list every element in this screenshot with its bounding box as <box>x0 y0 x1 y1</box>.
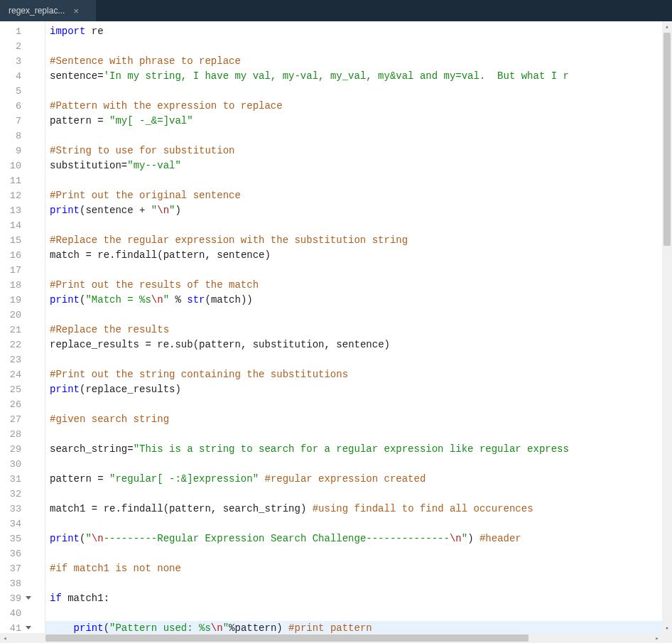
code-line[interactable]: #Print out the string containing the sub… <box>45 367 672 382</box>
code-line[interactable] <box>45 427 672 442</box>
code-line[interactable]: substitution="my--val" <box>45 158 672 173</box>
code-line[interactable] <box>45 546 672 561</box>
line-number: 25 <box>0 382 34 397</box>
line-number: 16 <box>0 248 34 263</box>
line-number: 24 <box>0 367 34 382</box>
code-line[interactable] <box>45 129 672 144</box>
code-line[interactable]: #Print out the original sentence <box>45 188 672 203</box>
line-number: 30 <box>0 457 34 472</box>
scroll-up-icon[interactable]: ▴ <box>662 21 672 31</box>
code-line[interactable]: print(replace_results) <box>45 382 672 397</box>
code-line[interactable]: pattern = "regular[ -:&]expression" #reg… <box>45 472 672 487</box>
line-number: 33 <box>0 502 34 517</box>
line-number: 31 <box>0 472 34 487</box>
horizontal-scrollbar[interactable]: ◂ ▸ <box>0 633 662 643</box>
code-area[interactable]: import re #Sentence with phrase to repla… <box>45 21 672 643</box>
line-number: 27 <box>0 412 34 427</box>
code-line[interactable]: #if match1 is not none <box>45 561 672 576</box>
code-line[interactable]: if match1: <box>45 591 672 606</box>
scroll-left-icon[interactable]: ◂ <box>0 633 10 643</box>
line-number: 23 <box>0 352 34 367</box>
line-number: 32 <box>0 487 34 502</box>
code-line[interactable]: match1 = re.findall(pattern, search_stri… <box>45 502 672 517</box>
code-line[interactable] <box>45 606 672 621</box>
line-gutter: 1234567891011121314151617181920212223242… <box>0 21 34 643</box>
line-number: 15 <box>0 233 34 248</box>
line-number: 17 <box>0 263 34 278</box>
code-line[interactable] <box>45 84 672 99</box>
line-number: 28 <box>0 427 34 442</box>
line-number: 40 <box>0 606 34 621</box>
line-number: 12 <box>0 188 34 203</box>
code-line[interactable]: #Pattern with the expression to replace <box>45 99 672 114</box>
code-line[interactable]: #String to use for substitution <box>45 144 672 158</box>
code-line[interactable] <box>45 308 672 323</box>
line-number: 22 <box>0 337 34 352</box>
file-tab[interactable]: regex_replac... × <box>0 0 96 21</box>
code-line[interactable] <box>45 457 672 472</box>
code-line[interactable] <box>45 576 672 591</box>
code-line[interactable] <box>45 352 672 367</box>
code-line[interactable] <box>45 517 672 531</box>
code-line[interactable]: #given search string <box>45 412 672 427</box>
line-number: 4 <box>0 69 34 84</box>
line-number: 19 <box>0 293 34 308</box>
line-number: 14 <box>0 218 34 233</box>
line-number: 29 <box>0 442 34 457</box>
vertical-scrollbar[interactable]: ▴ ▾ <box>662 21 672 633</box>
line-number: 11 <box>0 173 34 188</box>
scroll-down-icon[interactable]: ▾ <box>662 623 672 633</box>
scroll-corner <box>662 633 672 643</box>
line-number: 26 <box>0 397 34 412</box>
line-number: 36 <box>0 546 34 561</box>
line-number: 38 <box>0 576 34 591</box>
close-icon[interactable]: × <box>70 5 82 16</box>
line-number: 18 <box>0 278 34 293</box>
code-line[interactable]: #Print out the results of the match <box>45 278 672 293</box>
line-number: 3 <box>0 54 34 69</box>
code-line[interactable]: sentence='In my string, I have my val, m… <box>45 69 672 84</box>
code-line[interactable]: print(sentence + "\n") <box>45 203 672 218</box>
code-line[interactable]: pattern = "my[ -_&=]val" <box>45 114 672 129</box>
code-line[interactable]: replace_results = re.sub(pattern, substi… <box>45 337 672 352</box>
code-line[interactable]: match = re.findall(pattern, sentence) <box>45 248 672 263</box>
scroll-right-icon[interactable]: ▸ <box>652 633 662 643</box>
code-line[interactable]: #Replace the regular expression with the… <box>45 233 672 248</box>
editor[interactable]: 1234567891011121314151617181920212223242… <box>0 21 672 643</box>
code-line[interactable]: #Sentence with phrase to replace <box>45 54 672 69</box>
code-line[interactable]: search_string="This is a string to searc… <box>45 442 672 457</box>
code-line[interactable] <box>45 173 672 188</box>
line-number: 2 <box>0 39 34 54</box>
line-number: 9 <box>0 144 34 158</box>
scroll-thumb-v[interactable] <box>663 33 671 246</box>
line-number: 5 <box>0 84 34 99</box>
line-number: 35 <box>0 531 34 546</box>
tab-bar: regex_replac... × <box>0 0 672 21</box>
line-number: 39 <box>0 591 34 606</box>
line-number: 20 <box>0 308 34 323</box>
code-line[interactable] <box>45 218 672 233</box>
code-line[interactable] <box>45 397 672 412</box>
line-number: 7 <box>0 114 34 129</box>
code-line[interactable] <box>45 487 672 502</box>
line-number: 1 <box>0 24 34 39</box>
code-line[interactable]: print("\n---------Regular Expression Sea… <box>45 531 672 546</box>
line-number: 8 <box>0 129 34 144</box>
code-line[interactable]: #Replace the results <box>45 323 672 337</box>
line-number: 21 <box>0 323 34 337</box>
scroll-thumb-h[interactable] <box>45 634 529 642</box>
scroll-track-h[interactable] <box>45 634 652 642</box>
tab-title: regex_replac... <box>9 6 65 16</box>
code-line[interactable] <box>45 39 672 54</box>
code-line[interactable] <box>45 263 672 278</box>
line-number: 13 <box>0 203 34 218</box>
code-line[interactable]: print("Match = %s\n" % str(match)) <box>45 293 672 308</box>
line-number: 34 <box>0 517 34 531</box>
line-number: 10 <box>0 158 34 173</box>
line-number: 6 <box>0 99 34 114</box>
fold-rail <box>34 21 45 643</box>
code-line[interactable]: import re <box>45 24 672 39</box>
line-number: 37 <box>0 561 34 576</box>
